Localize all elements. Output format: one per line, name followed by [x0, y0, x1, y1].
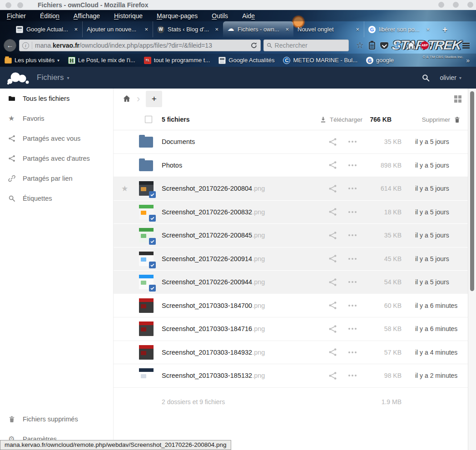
- sidebar-item[interactable]: Étiquettes: [0, 188, 113, 208]
- file-name[interactable]: Screenshot_20170226-200914.png: [162, 255, 322, 262]
- browser-tab[interactable]: Stats ‹ Blog d'... ×: [153, 21, 223, 37]
- home-icon[interactable]: [123, 95, 131, 103]
- share-button[interactable]: [328, 301, 337, 310]
- file-row[interactable]: Screenshot_20170226-200804.png 614 KB il…: [114, 177, 468, 201]
- browser-tab[interactable]: Nouvel onglet ×: [293, 21, 364, 37]
- file-row[interactable]: Documents 35 KB il y a 5 jours: [114, 130, 468, 154]
- downloads-icon[interactable]: [393, 41, 402, 49]
- minimize-button[interactable]: [438, 2, 444, 8]
- file-name[interactable]: Screenshot_20170303-185132.png: [162, 372, 322, 379]
- menu-item[interactable]: Outils: [212, 12, 228, 20]
- bookmark-item[interactable]: Les plus visités ▾: [5, 57, 60, 64]
- tab-close-icon[interactable]: ×: [426, 26, 430, 33]
- bookmarks-panel-icon[interactable]: [369, 42, 375, 49]
- new-file-button[interactable]: +: [146, 91, 162, 107]
- select-all-checkbox[interactable]: [145, 116, 152, 123]
- file-row[interactable]: Screenshot_20170226-200832.png 18 KB il …: [114, 201, 468, 224]
- file-row[interactable]: Screenshot_20170226-200845.png 35 KB il …: [114, 224, 468, 247]
- file-name[interactable]: Screenshot_20170226-200845.png: [162, 232, 322, 239]
- new-tab-button[interactable]: +: [440, 25, 450, 35]
- share-button[interactable]: [328, 208, 337, 216]
- file-row[interactable]: Photos 898 KB il y a 5 jours: [114, 154, 468, 178]
- more-actions-button[interactable]: [348, 141, 357, 143]
- menu-item[interactable]: Édition: [40, 12, 60, 20]
- user-menu[interactable]: olivier ▾: [440, 74, 461, 81]
- window-button[interactable]: [5, 2, 11, 8]
- menu-item[interactable]: Affichage: [74, 12, 100, 20]
- bookmark-item[interactable]: METEO MARINE - Bul... ▾: [283, 57, 357, 64]
- scrollbar[interactable]: [468, 89, 476, 450]
- window-button[interactable]: [17, 2, 23, 8]
- menu-item[interactable]: Marque-pages: [157, 12, 198, 20]
- more-actions-button[interactable]: [348, 211, 357, 213]
- search-box[interactable]: [263, 40, 349, 51]
- back-button[interactable]: [4, 39, 16, 52]
- sidebar-item[interactable]: Fichiers supprimés: [0, 409, 113, 429]
- sidebar-item[interactable]: Tous les fichiers: [0, 89, 113, 109]
- sidebar-item[interactable]: Favoris: [0, 109, 113, 129]
- file-name[interactable]: Documents: [162, 138, 322, 145]
- scrollbar-thumb[interactable]: [470, 91, 474, 291]
- hamburger-menu-icon[interactable]: [462, 43, 470, 44]
- share-button[interactable]: [328, 371, 337, 380]
- url-bar[interactable]: mana.kervao.fr/owncloud/index.php/apps/f…: [19, 40, 261, 51]
- share-button[interactable]: [328, 161, 337, 169]
- more-actions-button[interactable]: [348, 305, 357, 307]
- favorite-star-icon[interactable]: [121, 184, 128, 193]
- app-switcher[interactable]: Fichiers ▾: [37, 73, 69, 82]
- file-name[interactable]: Screenshot_20170226-200832.png: [162, 208, 322, 216]
- more-actions-button[interactable]: [348, 351, 357, 353]
- search-icon[interactable]: [422, 74, 430, 82]
- tab-close-icon[interactable]: ×: [285, 26, 289, 33]
- tab-close-icon[interactable]: ×: [355, 26, 360, 33]
- file-name[interactable]: Screenshot_20170226-200944.png: [162, 278, 322, 286]
- bookmark-item[interactable]: Le Post, le mix de l'i... ▾: [68, 57, 135, 64]
- file-row[interactable]: Screenshot_20170226-200944.png 54 KB il …: [114, 271, 468, 294]
- sidebar-item[interactable]: Partagés par lien: [0, 168, 113, 188]
- file-row[interactable]: Screenshot_20170303-184700.png 60 KB il …: [114, 294, 468, 318]
- browser-tab[interactable]: libérer son po... ×: [364, 21, 434, 37]
- share-button[interactable]: [328, 278, 337, 287]
- share-button[interactable]: [328, 325, 337, 333]
- site-info-icon[interactable]: [22, 42, 29, 49]
- sidebar-item[interactable]: Partagés avec d'autres: [0, 148, 113, 168]
- browser-tab[interactable]: Fichiers - own... ×: [223, 21, 293, 37]
- grid-view-toggle-icon[interactable]: [454, 95, 461, 103]
- more-actions-button[interactable]: [348, 258, 357, 260]
- tab-close-icon[interactable]: ×: [144, 26, 149, 33]
- file-name[interactable]: Photos: [162, 162, 322, 169]
- browser-tab[interactable]: Ajouter un nouve... ×: [82, 21, 153, 37]
- file-row[interactable]: Screenshot_20170303-184716.png 58 KB il …: [114, 317, 468, 341]
- adblock-plus-button[interactable]: ABP ▾: [421, 41, 432, 49]
- sidebar-item[interactable]: Partagés avec vous: [0, 129, 113, 148]
- more-actions-button[interactable]: [348, 188, 357, 189]
- download-button[interactable]: Télécharger: [320, 116, 362, 123]
- tab-close-icon[interactable]: ×: [214, 26, 219, 33]
- file-name[interactable]: Screenshot_20170226-200804.png: [162, 185, 322, 192]
- bookmark-star-icon[interactable]: [356, 41, 364, 50]
- file-name[interactable]: Screenshot_20170303-184716.png: [162, 325, 322, 332]
- more-actions-button[interactable]: [348, 164, 357, 166]
- bookmarks-overflow-button[interactable]: »: [466, 57, 471, 64]
- home-icon[interactable]: [407, 41, 416, 50]
- more-actions-button[interactable]: [348, 281, 357, 283]
- more-actions-button[interactable]: [348, 234, 357, 236]
- file-name[interactable]: Screenshot_20170303-184932.png: [162, 349, 322, 356]
- close-button[interactable]: [467, 2, 473, 8]
- bookmark-item[interactable]: tout le programme t... ▾: [144, 57, 210, 64]
- tab-close-icon[interactable]: ×: [74, 26, 78, 33]
- share-button[interactable]: [328, 184, 337, 193]
- bookmark-item[interactable]: google ▾: [366, 57, 394, 64]
- file-row[interactable]: Screenshot_20170226-200914.png 45 KB il …: [114, 247, 468, 271]
- bookmark-item[interactable]: Google Actualités ▾: [218, 57, 274, 64]
- file-row[interactable]: Screenshot_20170303-185132.png 98 KB il …: [114, 364, 468, 388]
- pocket-icon[interactable]: [380, 42, 388, 49]
- share-button[interactable]: [328, 138, 337, 146]
- more-actions-button[interactable]: [348, 375, 357, 376]
- file-name[interactable]: Screenshot_20170303-184700.png: [162, 302, 322, 309]
- reload-icon[interactable]: [250, 42, 258, 49]
- share-button[interactable]: [328, 231, 337, 240]
- menu-item[interactable]: Historique: [114, 12, 143, 20]
- menu-item[interactable]: Fichier: [7, 12, 26, 20]
- maximize-button[interactable]: [453, 2, 459, 8]
